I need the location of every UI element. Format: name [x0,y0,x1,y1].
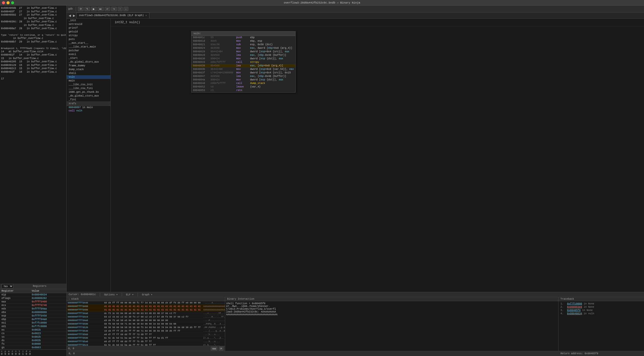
tab-close-graph[interactable]: ✕ [145,14,147,17]
memory-row-ascii: ....(....q..8..8... [202,330,225,332]
register-name: edx [0,307,30,311]
memory-row-addr: 0000000ffffd460 [67,305,103,308]
elf-status[interactable]: ELF ▾ [126,293,134,296]
memory-content[interactable]: 0000000ffffd44060 d4 ff ff 00 00 00 00 f… [67,301,225,346]
memory-row-ascii: l\.a....\...Z.. [202,337,225,339]
status-sep3 [138,293,138,296]
disasm-row[interactable]: 0804863b8b442408movdword [esp+0x8 {var_5… [191,68,295,71]
gdb-terminal[interactable]: 0x0804858b 27 in buffer_overflow.c 0x080… [0,6,66,284]
tab-nav-next[interactable]: ▶ [72,13,76,18]
disasm-mnemonic: mov [235,78,249,82]
disasm-mnemonic: lea [235,64,249,68]
memory-raw-button[interactable]: raw [211,347,217,350]
function-item[interactable]: ___libc_start_main [67,45,110,49]
disasm-row[interactable]: 0804862183ec58subesp, 0x58 {dst} [191,43,295,47]
disasm-row[interactable]: 0804864de8b6feffffcalldump_stack [191,82,295,85]
binary-content[interactable]: shell function = 0x80485f8 U7..MwX...i68… [225,301,558,351]
disasm-row[interactable]: 0804864a890424movdword [esp {dst}], eax [191,78,295,82]
disasm-row[interactable]: 0804862d8d45b8leaeax, [ebp-0x48 {buffer}… [191,54,295,57]
register-name: es [0,328,30,332]
maximize-button[interactable] [11,1,14,4]
memory-row-ascii: ....h...u... [202,340,225,343]
disasm-row[interactable]: 08048633e8bcfdffffcallstrcpy [191,61,295,64]
disasm-row[interactable]: 080486388b4508leaeax, [ebp+0x8 {arg_4}] [191,64,295,68]
disasm-bytes: 890424 [209,78,235,82]
xrefs-title: Xrefs [67,102,110,106]
toolbar-run[interactable]: ▶ [91,7,97,11]
bottom-status: 0, 0 27, 27 [67,351,644,356]
register-row: ebx0x00000000 [0,311,66,314]
gdb-line: 0x08048129 15 in buffer_overflow.c [1,64,65,67]
function-item[interactable]: _init [67,19,110,22]
tab-graph[interactable]: overflow3-28d8a442fb232c0c.bndb (ELF Gra… [76,13,149,18]
traceback-title: Traceback [558,297,644,301]
memory-row: 0000000ffffd560e0 d7 ff ff 68 dd ff ff 7… [67,333,225,336]
function-item[interactable]: main [67,79,110,83]
disasm-row[interactable]: 08048630890424movdword [esp {dst}], eax [191,57,295,61]
disasm-row[interactable]: 080486478d45b8leaeax, [ebp-0x48 {buffer}… [191,75,295,78]
function-item[interactable]: strcpy [67,34,110,37]
minimize-button[interactable] [7,1,10,4]
disasm-operands: dword [esp+0x8 {var_54}], eax [249,68,295,71]
function-item[interactable]: getuid [67,30,110,34]
function-item[interactable]: puts [67,37,110,41]
disasm-row[interactable]: 0804862989442404movdword [esp+0x4 {src}]… [191,50,295,54]
disasm-bytes: 8b4508 [209,47,235,50]
gdb-line: in buffer_overflow.c [1,17,65,20]
toolbar-down[interactable]: ↓ [124,7,128,11]
function-item[interactable]: ___libc_csu_init [67,83,110,86]
function-item[interactable]: i686.get_pc_thunk.bx [67,90,110,94]
disasm-block: vuln: 0804861c55pushebp0804861d89e5moveb… [191,31,296,93]
memory-row: 0000000ffffd5c06e 5c dc bd 62 ba aa ff f… [67,343,225,346]
flag-o: o 0 [29,350,31,355]
function-item[interactable]: _do_global_dtors_aux [67,60,110,64]
xref-item-2: call vuln [67,109,110,112]
binary-function-label: shell function = 0x80485f8 [226,302,557,305]
function-item[interactable]: _fini [67,98,110,102]
gdb-line: Type 'return' to continue, or q 'return'… [1,34,65,37]
disasm-bytes: e8b6feffff [209,82,235,85]
tab-bar: ◀ ▶ overflow3-28d8a442fb232c0c.bndb (ELF… [67,13,644,19]
function-list[interactable]: _initsetresuidprintfgetuidstrcpyputs__mo… [67,19,111,292]
graph-status[interactable]: Graph ▾ [142,293,152,296]
toolbar-step-over[interactable]: ⏭ [98,7,104,11]
gdb-line: in buffer_overflow.c [1,37,65,40]
window-title: overflow3-28d8a442fb232c0c.bndb — Binary… [284,1,360,4]
function-item[interactable]: dump_stack [67,68,110,71]
disasm-row[interactable]: 08048653c3retn [191,89,295,92]
toolbar-step-out[interactable]: ↪ [111,7,117,11]
disasm-row[interactable]: 0804861d89e5movebp, esp [191,39,295,43]
memory-refresh-button[interactable]: ⟳ [219,347,223,350]
toolbar-up[interactable]: ↑ [118,7,123,11]
memory-row-addr: 0000000ffffd560 [67,333,103,336]
function-item[interactable]: execl [67,53,110,56]
disasm-row[interactable]: 080486248b4508moveax, dword [ebp+0x8 {ar… [191,47,295,50]
memory-row-addr: 0000000ffffd5a0 [67,340,103,343]
disasm-row[interactable]: 0804863fc74424041500000movdword [esp+0x4… [191,71,295,75]
function-item[interactable]: printf [67,26,110,30]
toolbar-step-in[interactable]: ↵ [105,7,110,11]
memory-row: 0000000ffffd48041 41 41 41 41 41 41 41 4… [67,308,225,312]
register-value: 0x0063 [30,346,66,349]
function-item[interactable]: frame_dummy [67,64,110,68]
toolbar-refresh[interactable]: ⟳ [78,7,84,11]
close-button[interactable] [2,1,5,4]
toolbar-edit[interactable]: ✎ [85,7,90,11]
registers-type-select[interactable]: hex dec [2,284,13,288]
function-item[interactable]: putchar [67,49,110,53]
disasm-row[interactable]: 08048652c9leave{var_4} [191,85,295,89]
register-row: ecx0xffffd740 [0,304,66,307]
options-status[interactable]: Options ▾ [104,293,118,296]
function-item[interactable]: _do_global_ctors_aux [67,94,110,98]
function-item[interactable]: vuln [67,75,110,79]
function-item[interactable]: shell [67,71,110,75]
disasm-view[interactable]: int32_t vuln() vuln: 0804861c55pushebp08… [111,19,644,292]
disasm-row[interactable]: 0804861c55pushebp [191,36,295,39]
function-item[interactable]: _start [67,56,110,60]
tab-nav-prev[interactable]: ◀ [68,13,72,18]
cursor-status: Cursor: 0x0804861c [69,293,96,296]
function-item[interactable]: setresuid [67,22,110,26]
reg-col-value: Value [30,289,66,293]
function-item[interactable]: __mon_start__ [67,41,110,45]
function-item[interactable]: ___libc_csu_fini [67,86,110,90]
